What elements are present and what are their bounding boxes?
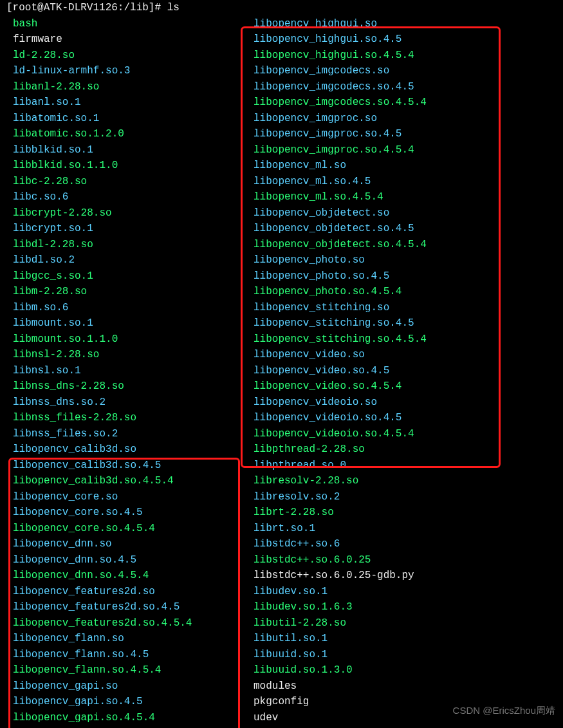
- ls-entry: libopencv_features2d.so.4.5: [13, 599, 192, 615]
- ls-entry: libopencv_ml.so.4.5: [254, 174, 427, 190]
- ls-column-1: bashfirmwareld-2.28.sold-linux-armhf.so.…: [13, 16, 192, 726]
- ls-entry: libc-2.28.so: [13, 174, 192, 190]
- ls-entry: libopencv_video.so: [254, 347, 427, 363]
- ls-entry: libopencv_features2d.so.4.5.4: [13, 615, 192, 631]
- ls-entry: libopencv_features2d.so: [13, 584, 192, 600]
- ls-entry: libutil.so.1: [254, 631, 427, 647]
- ls-entry: libopencv_core.so: [13, 489, 192, 505]
- ls-entry: libatomic.so.1: [13, 111, 192, 127]
- ls-entry: libopencv_dnn.so.4.5.4: [13, 568, 192, 584]
- ls-entry: firmware: [13, 32, 192, 48]
- ls-entry: libopencv_objdetect.so.4.5: [254, 221, 427, 237]
- prompt-line: [root@ATK-DLRV1126:/lib]# ls: [6, 0, 558, 16]
- ls-entry: libopencv_imgcodecs.so.4.5.4: [254, 95, 427, 111]
- ls-entry: libatomic.so.1.2.0: [13, 126, 192, 142]
- ls-entry: libcrypt-2.28.so: [13, 205, 192, 221]
- ls-entry: libblkid.so.1: [13, 142, 192, 158]
- ls-entry: libopencv_stitching.so.4.5: [254, 315, 427, 331]
- ls-entry: libopencv_photo.so: [254, 252, 427, 268]
- ls-entry: libcrypt.so.1: [13, 221, 192, 237]
- prompt-host: ATK-DLRV1126: [44, 2, 118, 14]
- ls-entry: pkgconfig: [254, 694, 427, 710]
- ls-entry: libopencv_dnn.so.4.5: [13, 552, 192, 568]
- ls-entry: libmount.so.1.1.0: [13, 331, 192, 348]
- ls-entry: libopencv_flann.so.4.5.4: [13, 662, 192, 678]
- ls-entry: libgcc_s.so.1: [13, 268, 192, 285]
- ls-entry: libnsl-2.28.so: [13, 347, 192, 363]
- ls-entry: libopencv_gapi.so.4.5.4: [13, 710, 192, 726]
- ls-entry: libopencv_videoio.so.4.5.4: [254, 426, 427, 442]
- ls-entry: modules: [254, 678, 427, 695]
- ls-entry: libanl-2.28.so: [13, 79, 192, 95]
- ls-entry: libblkid.so.1.1.0: [13, 158, 192, 174]
- prompt-user: root: [13, 2, 37, 14]
- ls-entry: libopencv_ml.so: [254, 158, 427, 174]
- ls-entry: libanl.so.1: [13, 95, 192, 111]
- command-text: ls: [167, 2, 180, 14]
- ls-entry: libstdc++.so.6: [254, 536, 427, 552]
- ls-entry: libopencv_video.so.4.5.4: [254, 378, 427, 395]
- ls-entry: libnss_dns.so.2: [13, 395, 192, 411]
- ls-entry: libopencv_imgproc.so.4.5.4: [254, 142, 427, 158]
- ls-entry: libopencv_photo.so.4.5: [254, 268, 427, 285]
- ls-entry: libopencv_dnn.so: [13, 536, 192, 552]
- ls-entry: libdl-2.28.so: [13, 237, 192, 253]
- ls-entry: libopencv_videoio.so: [254, 395, 427, 411]
- ls-entry: libnsl.so.1: [13, 363, 192, 379]
- ls-entry: libopencv_flann.so.4.5: [13, 647, 192, 663]
- ls-entry: libopencv_gapi.so: [13, 678, 192, 695]
- watermark: CSDN @EricsZhou周靖: [453, 703, 555, 719]
- ls-entry: ld-linux-armhf.so.3: [13, 63, 192, 79]
- ls-entry: ld-2.28.so: [13, 48, 192, 64]
- ls-entry: libm.so.6: [13, 300, 192, 316]
- ls-entry: libstdc++.so.6.0.25: [254, 552, 427, 568]
- ls-entry: libopencv_flann.so: [13, 631, 192, 647]
- ls-entry: bash: [13, 16, 192, 32]
- ls-entry: libopencv_calib3d.so: [13, 442, 192, 458]
- ls-entry: libdl.so.2: [13, 252, 192, 268]
- terminal[interactable]: [root@ATK-DLRV1126:/lib]# ls bashfirmwar…: [0, 0, 563, 724]
- ls-entry: libopencv_ml.so.4.5.4: [254, 189, 427, 205]
- ls-entry: libopencv_highgui.so.4.5: [254, 32, 427, 48]
- ls-entry: libutil-2.28.so: [254, 615, 427, 631]
- ls-entry: libudev.so.1: [254, 584, 427, 600]
- ls-entry: libnss_files.so.2: [13, 426, 192, 442]
- ls-entry: libnss_dns-2.28.so: [13, 378, 192, 395]
- ls-entry: libudev.so.1.6.3: [254, 599, 427, 615]
- prompt-path: /lib: [124, 2, 148, 14]
- ls-entry: libopencv_imgcodecs.so.4.5: [254, 79, 427, 95]
- ls-entry: librt.so.1: [254, 521, 427, 537]
- ls-entry: libopencv_calib3d.so.4.5.4: [13, 473, 192, 489]
- ls-entry: libopencv_gapi.so.4.5: [13, 694, 192, 710]
- ls-entry: libopencv_imgproc.so: [254, 111, 427, 127]
- ls-entry: libopencv_photo.so.4.5.4: [254, 284, 427, 300]
- ls-output: bashfirmwareld-2.28.sold-linux-armhf.so.…: [6, 16, 558, 724]
- ls-entry: libresolv-2.28.so: [254, 473, 427, 489]
- prompt-line-end[interactable]: [root@ATK-DLRV1126:/lib]#: [6, 726, 161, 729]
- ls-entry: libuuid.so.1.3.0: [254, 662, 427, 678]
- ls-entry: libnss_files-2.28.so: [13, 410, 192, 426]
- ls-entry: libopencv_imgcodecs.so: [254, 63, 427, 79]
- ls-entry: libopencv_stitching.so: [254, 300, 427, 316]
- ls-entry: libopencv_stitching.so.4.5.4: [254, 331, 427, 348]
- ls-entry: libmount.so.1: [13, 315, 192, 331]
- ls-entry: libpthread-2.28.so: [254, 442, 427, 458]
- ls-entry: libuuid.so.1: [254, 647, 427, 663]
- ls-entry: libm-2.28.so: [13, 284, 192, 300]
- ls-entry: libopencv_highgui.so: [254, 16, 427, 32]
- ls-entry: libopencv_objdetect.so.4.5.4: [254, 237, 427, 253]
- ls-entry: libopencv_calib3d.so.4.5: [13, 458, 192, 474]
- ls-entry: libopencv_objdetect.so: [254, 205, 427, 221]
- ls-entry: libresolv.so.2: [254, 489, 427, 505]
- ls-entry: librt-2.28.so: [254, 505, 427, 521]
- ls-entry: libopencv_core.so.4.5.4: [13, 521, 192, 537]
- ls-column-2: libopencv_highgui.solibopencv_highgui.so…: [254, 16, 427, 726]
- ls-entry: libopencv_videoio.so.4.5: [254, 410, 427, 426]
- ls-entry: libpthread.so.0: [254, 458, 427, 474]
- ls-entry: libc.so.6: [13, 189, 192, 205]
- ls-entry: libopencv_imgproc.so.4.5: [254, 126, 427, 142]
- ls-entry: libopencv_video.so.4.5: [254, 363, 427, 379]
- ls-entry: udev: [254, 710, 427, 726]
- ls-entry: libopencv_core.so.4.5: [13, 505, 192, 521]
- ls-entry: libopencv_highgui.so.4.5.4: [254, 48, 427, 64]
